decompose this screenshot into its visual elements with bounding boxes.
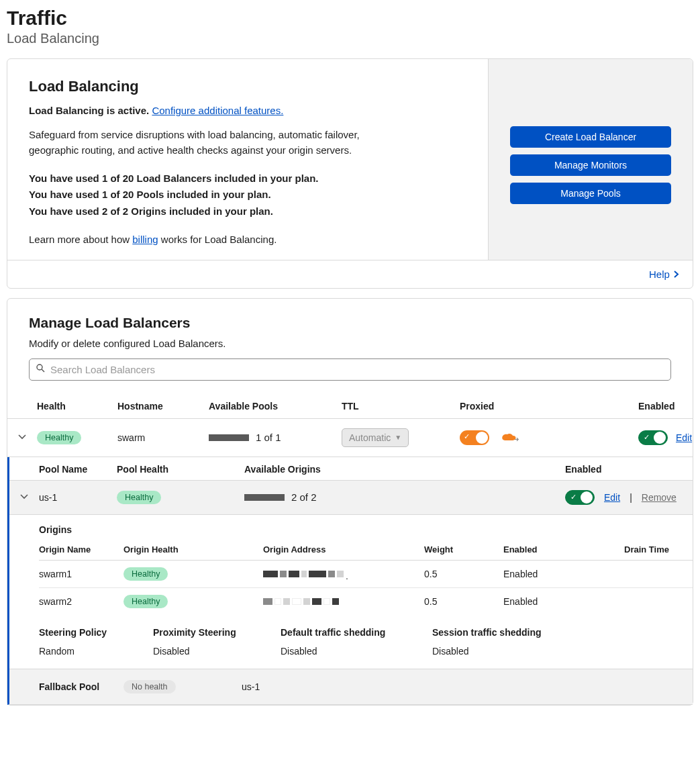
session-shedding-label: Session traffic shedding [432, 627, 693, 638]
origins-title: Origins [39, 524, 693, 535]
origin-address-redacted: . [263, 571, 424, 577]
status-text: Load Balancing is active. [29, 105, 149, 116]
col-ttl: TTL [342, 401, 460, 412]
col-origin-health: Origin Health [123, 544, 263, 555]
steering-section: Steering Policy Proximity Steering Defau… [9, 615, 693, 669]
col-pool-health: Pool Health [117, 464, 244, 475]
col-available-origins: Available Origins [244, 464, 565, 475]
manage-monitors-button[interactable]: Manage Monitors [510, 154, 671, 176]
origin-weight: 0.5 [424, 596, 503, 607]
expand-lb-toggle[interactable] [7, 432, 37, 443]
hostname-value: swarm [117, 432, 209, 443]
remove-pool-link[interactable]: Remove [642, 492, 677, 503]
proximity-value: Disabled [153, 646, 281, 657]
billing-link[interactable]: billing [132, 234, 158, 245]
caret-right-icon [674, 269, 679, 280]
usage-origins: You have used 2 of 2 Origins included in… [29, 203, 466, 220]
ttl-value: Automatic [349, 432, 391, 443]
lb-table-header: Health Hostname Available Pools TTL Prox… [7, 391, 693, 419]
help-toggle[interactable]: Help [7, 260, 693, 288]
steering-policy-value: Random [39, 646, 153, 657]
configure-features-link[interactable]: Configure additional features. [152, 105, 283, 116]
manage-card: Manage Load Balancers Modify or delete c… [7, 298, 693, 706]
separator: | [630, 492, 632, 503]
check-icon: ✓ [644, 433, 650, 442]
pool-name-value: us-1 [39, 492, 117, 503]
origins-table-header: Origin Name Origin Health Origin Address… [39, 540, 693, 561]
learn-prefix: Learn more about how [29, 234, 132, 245]
edit-lb-link[interactable]: Edit [676, 432, 692, 443]
search-input[interactable] [49, 363, 664, 376]
col-enabled: Enabled [638, 401, 693, 412]
intro-description: Safeguard from service disruptions with … [29, 127, 405, 158]
intro-card: Load Balancing Load Balancing is active.… [7, 58, 693, 289]
lb-nested-panel: Pool Name Pool Health Available Origins … [7, 457, 693, 705]
pool-enabled-toggle[interactable]: ✓ [565, 490, 595, 505]
pools-bar-icon [209, 434, 249, 441]
col-origin-weight: Weight [424, 544, 503, 555]
svg-point-0 [37, 365, 42, 370]
fallback-label: Fallback Pool [39, 681, 123, 692]
col-pool-enabled: Enabled [565, 464, 693, 475]
check-icon: ✓ [570, 493, 577, 501]
manage-heading: Manage Load Balancers [29, 315, 671, 331]
cloud-proxied-icon [499, 432, 519, 444]
origins-count: 2 of 2 [291, 491, 317, 503]
origin-name: swarm1 [39, 569, 123, 579]
col-proxied: Proxied [460, 401, 558, 412]
health-badge: Healthy [37, 431, 81, 444]
create-load-balancer-button[interactable]: Create Load Balancer [510, 126, 671, 148]
fallback-pool-value: us-1 [242, 681, 693, 692]
learn-suffix: works for Load Balancing. [158, 234, 277, 245]
origins-bar-icon [244, 494, 285, 501]
pools-count: 1 of 1 [256, 432, 281, 443]
col-hostname: Hostname [117, 401, 209, 412]
proxied-toggle[interactable]: ✓ [460, 430, 489, 445]
search-icon [36, 364, 45, 375]
edit-pool-link[interactable]: Edit [604, 492, 620, 503]
learn-more: Learn more about how billing works for L… [29, 234, 466, 245]
enabled-toggle[interactable]: ✓ [638, 430, 668, 445]
fallback-pool-row: Fallback Pool No health us-1 [9, 669, 693, 704]
origin-health-badge: Healthy [123, 567, 168, 581]
check-icon: ✓ [464, 432, 470, 441]
col-available-pools: Available Pools [209, 401, 342, 412]
pool-row: us-1 Healthy 2 of 2 ✓ Edit | Remove [9, 481, 693, 515]
manage-subtext: Modify or delete configured Load Balance… [29, 338, 671, 349]
origin-row: swarm2 Healthy 0.5 Enabled [39, 588, 693, 615]
default-shedding-value: Disabled [281, 646, 432, 657]
origin-health-badge: Healthy [123, 595, 168, 608]
intro-status: Load Balancing is active. Configure addi… [29, 105, 466, 116]
col-origin-enabled: Enabled [503, 544, 624, 555]
expand-pool-toggle[interactable] [9, 491, 39, 503]
origin-weight: 0.5 [424, 569, 503, 579]
fallback-health-badge: No health [123, 680, 176, 693]
usage-pools: You have used 1 of 20 Pools included in … [29, 187, 466, 203]
steering-policy-label: Steering Policy [39, 627, 153, 638]
page-subtitle: Load Balancing [7, 31, 693, 46]
origin-row: swarm1 Healthy . 0.5 Enabled [39, 561, 693, 588]
col-origin-drain: Drain Time [624, 544, 693, 555]
session-shedding-value: Disabled [432, 646, 693, 657]
col-health: Health [37, 401, 117, 412]
proximity-label: Proximity Steering [153, 627, 281, 638]
col-origin-address: Origin Address [263, 544, 424, 555]
origin-name: swarm2 [39, 596, 123, 607]
pool-health-badge: Healthy [117, 491, 161, 504]
page-title: Traffic [7, 7, 693, 30]
usage-block: You have used 1 of 20 Load Balancers inc… [29, 171, 466, 220]
search-wrap[interactable] [29, 358, 671, 381]
ttl-select[interactable]: Automatic ▼ [342, 428, 409, 447]
origin-enabled: Enabled [503, 596, 624, 607]
usage-lb: You have used 1 of 20 Load Balancers inc… [29, 171, 466, 187]
intro-heading: Load Balancing [29, 78, 466, 95]
origins-section: Origins Origin Name Origin Health Origin… [9, 515, 693, 615]
help-label: Help [649, 269, 670, 280]
lb-row: Healthy swarm 1 of 1 Automatic ▼ ✓ [7, 419, 693, 457]
origin-address-redacted [263, 598, 424, 605]
origin-enabled: Enabled [503, 569, 624, 579]
svg-line-1 [42, 369, 44, 372]
manage-pools-button[interactable]: Manage Pools [510, 183, 671, 204]
col-pool-name: Pool Name [39, 464, 117, 475]
col-origin-name: Origin Name [39, 544, 123, 555]
